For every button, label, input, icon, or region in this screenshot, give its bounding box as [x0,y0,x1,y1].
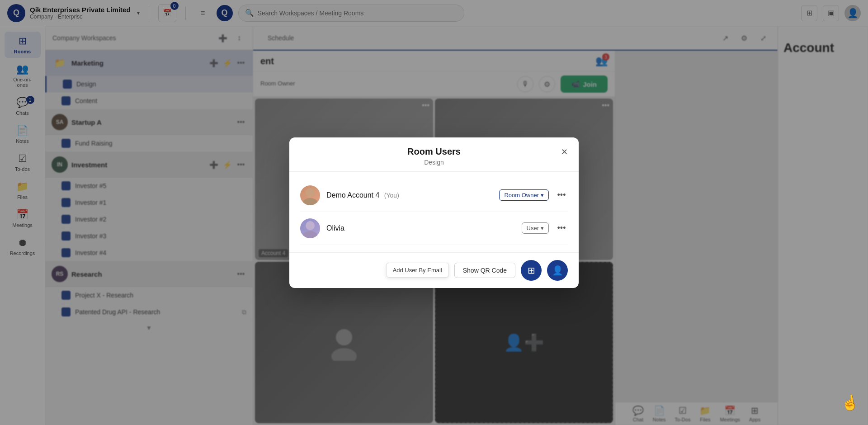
role-chevron-icon-olivia: ▾ [541,225,544,231]
user-role-button-demo-account-4[interactable]: Room Owner ▾ [499,189,549,201]
modal-close-button[interactable]: ✕ [557,145,571,159]
user-name-demo-account-4: Demo Account 4 (You) [326,191,493,199]
modal-subtitle: Design [300,159,568,166]
svg-point-7 [303,198,317,205]
show-qr-label: Show QR Code [463,267,507,274]
user-role-button-olivia[interactable]: User ▾ [522,222,549,234]
role-label-olivia: User [527,225,539,231]
user-avatar-olivia [300,218,320,238]
user-tag-demo-account-4: (You) [384,192,399,199]
modal-overlay[interactable]: Room Users Design ✕ Demo Account 4 (You) [0,0,868,425]
svg-point-8 [306,221,315,230]
user-avatar-demo-account-4 [300,185,320,205]
qr-icon: ⊞ [528,265,535,276]
user-more-button-olivia[interactable]: ••• [555,222,568,235]
show-qr-code-button[interactable]: Show QR Code [454,263,515,278]
user-avatar-img-olivia [300,218,320,238]
qr-code-button[interactable]: ⊞ [521,260,542,281]
add-user-callout: Add User By Email [386,263,449,278]
role-label-demo-account-4: Room Owner [504,192,539,198]
modal-title: Room Users [300,146,568,157]
share-user-button[interactable]: 👤 [547,260,568,281]
modal-footer: Add User By Email Show QR Code ⊞ 👤 [289,252,579,288]
user-row-olivia: Olivia User ▾ ••• [300,212,568,245]
svg-point-6 [306,188,315,197]
cursor-hand-indicator: ☝ [840,393,860,413]
user-row-demo-account-4: Demo Account 4 (You) Room Owner ▾ ••• [300,179,568,212]
user-more-button-demo-account-4[interactable]: ••• [555,189,568,202]
user-avatar-img-demo-account-4 [300,185,320,205]
room-users-modal: Room Users Design ✕ Demo Account 4 (You) [289,137,579,288]
share-user-icon: 👤 [552,265,563,276]
role-chevron-icon: ▾ [541,192,544,198]
user-name-olivia: Olivia [326,224,515,232]
modal-body: Demo Account 4 (You) Room Owner ▾ ••• Ol… [289,172,579,252]
svg-point-9 [303,231,317,238]
modal-header: Room Users Design ✕ [289,137,579,172]
close-icon: ✕ [561,147,568,157]
